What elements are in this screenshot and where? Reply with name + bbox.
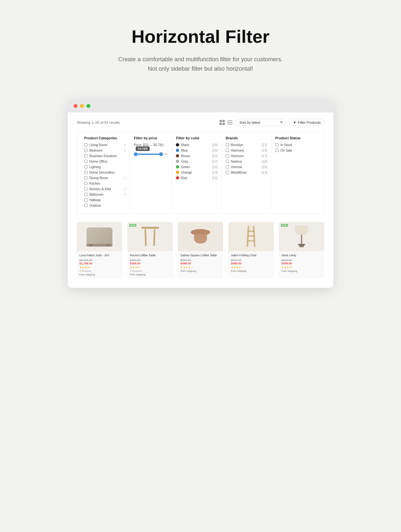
- filter-color-orange[interactable]: Orange [13]: [176, 171, 217, 174]
- filter-color-gray[interactable]: Gray [17]: [176, 160, 217, 163]
- product-price-new-2: $499.00: [130, 262, 170, 265]
- product-thumb-3: [178, 222, 223, 251]
- filter-brand-brocklyn[interactable]: Brocklyn [21]: [226, 143, 267, 147]
- category-nursery-checkbox[interactable]: [84, 187, 87, 191]
- filter-status-onsale[interactable]: On Sale: [275, 149, 317, 152]
- filter-category-kitchen[interactable]: Kitchen: [84, 182, 126, 185]
- filter-icon: ▼: [293, 121, 296, 124]
- product-card-5[interactable]: Sale Desk Lamp $699.00 $499.00 ★ ★: [279, 222, 324, 279]
- filter-color-black[interactable]: Black [24]: [176, 143, 217, 147]
- orange-color-swatch: [176, 171, 179, 174]
- filter-color-red[interactable]: Red [12]: [176, 176, 217, 180]
- filter-category-bathroom[interactable]: Bathroom +: [84, 193, 126, 196]
- product-shipping-5: Free shipping: [281, 270, 322, 272]
- status-onsale-checkbox[interactable]: [275, 149, 279, 152]
- filter-color-blue[interactable]: Blue [10]: [176, 149, 217, 152]
- product-info-5: Desk Lamp $699.00 $499.00 ★ ★ ★ ★ ★ Free…: [279, 251, 324, 275]
- category-bathroom-checkbox[interactable]: [84, 193, 87, 196]
- filter-category-nursery[interactable]: Nursery & Kids +: [84, 187, 126, 191]
- product-info-2: Round Coffee Table $699.00 $499.00 ★ ★ ★…: [127, 251, 173, 279]
- top-bar: Showing 1–25 of 62 results Sort by lates…: [77, 119, 324, 126]
- black-color-swatch: [176, 143, 179, 146]
- filter-category-bedroom[interactable]: Bedroom +: [84, 149, 126, 152]
- brand-brocklyn-checkbox[interactable]: [226, 143, 229, 146]
- category-dining-room-checkbox[interactable]: [84, 176, 87, 179]
- product-info-1: Luna Fabric Sofa - JHJ $2,750.00 $1,799.…: [77, 251, 122, 279]
- category-filter-title: Product Categories: [84, 136, 126, 140]
- grid-view-icon[interactable]: [220, 120, 225, 125]
- product-shipping-1: Free shipping: [79, 273, 120, 276]
- filter-category-living-room[interactable]: Living Room +: [84, 143, 126, 147]
- product-price-old-1: $2,750.00: [79, 259, 120, 262]
- price-range-thumb-left[interactable]: [134, 152, 138, 156]
- filter-products-button[interactable]: ▼ Filter Products: [289, 119, 324, 126]
- sort-select[interactable]: Sort by latest Sort by price: low to hig…: [236, 119, 285, 126]
- filter-category-home-office[interactable]: Home Office: [84, 160, 126, 163]
- filter-category-dining-room[interactable]: Dining Room +: [84, 176, 126, 180]
- filter-category-hallway[interactable]: Hallway: [84, 198, 126, 202]
- category-home-decoration-checkbox[interactable]: [84, 171, 87, 174]
- product-badge-5: Sale: [281, 224, 288, 227]
- category-lighting-checkbox[interactable]: [84, 165, 87, 168]
- filter-category-home-decoration[interactable]: Home Decoration: [84, 171, 126, 174]
- price-range-slider[interactable]: [134, 154, 168, 155]
- category-outdoor-checkbox[interactable]: [84, 204, 87, 207]
- category-filter: Product Categories Living Room + Bedroom…: [80, 136, 130, 209]
- brown-color-swatch: [176, 154, 179, 157]
- filter-brand-harmony[interactable]: Harmony [13]: [226, 149, 267, 152]
- category-living-room-checkbox[interactable]: [84, 143, 87, 146]
- status-filter-title: Product Status: [275, 136, 317, 140]
- list-view-icon[interactable]: [227, 121, 233, 124]
- filter-brand-homcom[interactable]: Homcom [17]: [226, 154, 267, 158]
- results-count: Showing 1–25 of 62 results: [77, 121, 120, 124]
- top-bar-right: Sort by latest Sort by price: low to hig…: [220, 119, 324, 126]
- status-instock-checkbox[interactable]: [275, 143, 279, 146]
- filter-brand-vivense[interactable]: Vivense [15]: [226, 165, 267, 169]
- product-reviews-1: 4 Reviews: [79, 270, 120, 272]
- price-filter: Filter by price Price: $10 — $5,760 FILT…: [130, 136, 172, 209]
- filter-color-green[interactable]: Green [12]: [176, 165, 217, 169]
- browser-window: Showing 1–25 of 62 results Sort by lates…: [68, 99, 333, 288]
- category-kitchen-checkbox[interactable]: [84, 182, 87, 185]
- filter-color-brown[interactable]: Brown [22]: [176, 154, 217, 158]
- product-reviews-2: 3 Reviews: [130, 270, 170, 272]
- brand-filter-title: Brands: [226, 136, 267, 140]
- category-home-office-checkbox[interactable]: [84, 160, 87, 163]
- view-toggle: [220, 120, 233, 125]
- green-color-swatch: [176, 165, 179, 168]
- filter-category-outdoor[interactable]: Outdoor: [84, 204, 126, 207]
- blue-color-swatch: [176, 149, 179, 152]
- product-name-1: Luna Fabric Sofa - JHJ: [79, 254, 120, 258]
- filter-brand-westwood[interactable]: WestWood [13]: [226, 171, 267, 174]
- product-card-3[interactable]: Sabine Square Coffee Table $699.00 $499.…: [178, 222, 223, 279]
- product-thumb-2: Sale: [127, 222, 173, 251]
- product-info-4: Salon Folding Chair $699.00 $499.00 ★ ★ …: [228, 251, 274, 275]
- red-color-swatch: [176, 176, 179, 179]
- product-price-new-1: $1,799.00: [79, 262, 120, 265]
- category-business-checkbox[interactable]: [84, 154, 87, 157]
- product-name-3: Sabine Square Coffee Table: [180, 254, 221, 258]
- filter-category-lighting[interactable]: Lighting: [84, 165, 126, 169]
- filter-category-business[interactable]: Business Solutions: [84, 154, 126, 158]
- brand-westwood-checkbox[interactable]: [226, 171, 229, 174]
- product-price-new-3: $499.00: [180, 262, 221, 265]
- brand-harmony-checkbox[interactable]: [226, 149, 229, 152]
- category-bedroom-checkbox[interactable]: [84, 149, 87, 152]
- category-hallway-checkbox[interactable]: [84, 198, 87, 202]
- brand-vivense-checkbox[interactable]: [226, 165, 229, 168]
- filter-badge[interactable]: FILTER: [136, 146, 150, 151]
- brand-homcom-checkbox[interactable]: [226, 154, 229, 157]
- filter-brand-nashua[interactable]: Nashua [10]: [226, 160, 267, 163]
- product-card-1[interactable]: Luna Fabric Sofa - JHJ $2,750.00 $1,799.…: [77, 222, 122, 279]
- product-card-4[interactable]: Salon Folding Chair $699.00 $499.00 ★ ★ …: [228, 222, 274, 279]
- product-name-4: Salon Folding Chair: [231, 254, 271, 258]
- product-info-3: Sabine Square Coffee Table $699.00 $499.…: [178, 251, 223, 275]
- gray-color-swatch: [176, 160, 179, 163]
- product-card-2[interactable]: Sale Round Coffee Table $699.00 $499.00: [127, 222, 173, 279]
- page-title: Horizontal Filter: [132, 26, 269, 47]
- brand-nashua-checkbox[interactable]: [226, 160, 229, 163]
- status-filter: Product Status In Stock On Sale: [271, 136, 321, 209]
- product-price-old-4: $699.00: [231, 259, 271, 262]
- filter-status-instock[interactable]: In Stock: [275, 143, 317, 147]
- price-range-thumb-right[interactable]: [159, 152, 163, 156]
